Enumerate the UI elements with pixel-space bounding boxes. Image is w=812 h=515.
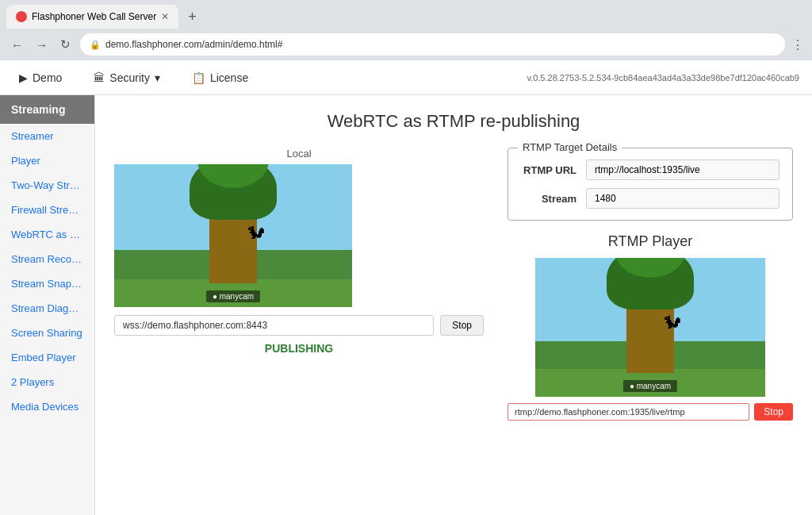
new-tab-button[interactable]: +: [182, 7, 203, 27]
sidebar-item-player[interactable]: Player: [0, 148, 94, 173]
sidebar-item-webrtc[interactable]: WebRTC as RTM: [0, 222, 94, 247]
nav-demo-label: Demo: [33, 71, 62, 84]
sidebar-item-diagnos[interactable]: Stream Diagnos: [0, 296, 94, 321]
nav-security-label: Security: [109, 71, 150, 84]
sidebar-item-recording[interactable]: Stream Recordin: [0, 247, 94, 271]
tab-close-button[interactable]: ✕: [161, 11, 169, 22]
main-layout: Streaming Streamer Player Two-Way Stream…: [0, 95, 812, 515]
local-video: 🐿 ● manycam: [114, 164, 352, 307]
tab-bar: Flashphoner Web Call Server ✕ +: [0, 0, 812, 29]
rtmp-details-box: RTMP Target Details RTMP URL Stream: [508, 148, 793, 221]
rtmp-player-url-input[interactable]: [508, 403, 749, 421]
nav-security[interactable]: 🏛 Security ▾: [87, 63, 167, 92]
security-icon: 🏛: [94, 71, 105, 84]
rtmp-player-video: 🐿 ● manycam: [535, 258, 765, 397]
active-tab[interactable]: Flashphoner Web Call Server ✕: [6, 5, 178, 29]
rtmp-stream-label: Stream: [521, 193, 576, 205]
lock-icon: 🔒: [90, 40, 101, 50]
sidebar-item-firewall[interactable]: Firewall Streami: [0, 198, 94, 222]
sidebar-item-media-devices[interactable]: Media Devices: [0, 394, 94, 419]
rtmp-url-label: RTMP URL: [521, 164, 576, 176]
rtmp-video-scene: 🐿: [535, 258, 765, 397]
watermark: ● manycam: [206, 290, 260, 302]
rtmp-player-title: RTMP Player: [508, 233, 793, 250]
nav-license[interactable]: 📋 License: [186, 63, 255, 92]
sidebar-item-2players[interactable]: 2 Players: [0, 370, 94, 394]
back-button[interactable]: ←: [8, 37, 26, 53]
rtmp-player-controls: Stop: [508, 403, 793, 421]
rtmp-url-input[interactable]: [586, 159, 779, 180]
address-bar: ← → ↻ 🔒 demo.flashphoner.com/admin/demo.…: [0, 29, 812, 60]
content-area: WebRTC as RTMP re-publishing Local: [95, 95, 812, 515]
sidebar: Streaming Streamer Player Two-Way Stream…: [0, 95, 95, 515]
refresh-button[interactable]: ↻: [57, 36, 74, 53]
sidebar-item-screen-sharing[interactable]: Screen Sharing: [0, 321, 94, 345]
left-panel: Local 🐿 ● manycam: [114, 148, 484, 421]
browser-chrome: Flashphoner Web Call Server ✕ + ← → ↻ 🔒 …: [0, 0, 812, 60]
app-header: ▶ Demo 🏛 Security ▾ 📋 License v.0.5.28.2…: [0, 60, 812, 95]
nav-demo[interactable]: ▶ Demo: [13, 63, 68, 92]
menu-button[interactable]: ⋮: [791, 37, 804, 52]
url-input[interactable]: 🔒 demo.flashphoner.com/admin/demo.html#: [80, 33, 785, 56]
local-label: Local: [114, 148, 484, 159]
play-icon: ▶: [19, 71, 28, 84]
rtmp-stream-row: Stream: [521, 188, 779, 209]
sidebar-item-two-way[interactable]: Two-Way Streaming: [0, 173, 94, 198]
rtmp-details-title: RTMP Target Details: [518, 141, 622, 153]
security-dropdown-icon: ▾: [155, 71, 160, 84]
rtmp-stop-button[interactable]: Stop: [754, 403, 793, 421]
squirrel: 🐿: [247, 223, 265, 244]
rtmp-url-row: RTMP URL: [521, 159, 779, 180]
right-panel: RTMP Target Details RTMP URL Stream RTMP…: [508, 148, 793, 421]
rtmp-stream-input[interactable]: [586, 188, 779, 209]
stop-button[interactable]: Stop: [440, 315, 484, 336]
nav-license-label: License: [210, 71, 248, 84]
sidebar-item-embed-player[interactable]: Embed Player: [0, 345, 94, 370]
url-text: demo.flashphoner.com/admin/demo.html#: [105, 39, 282, 50]
tab-title: Flashphoner Web Call Server: [32, 11, 156, 22]
version-text: v.0.5.28.2753-5.2.534-9cb84aea43ad4a3a33…: [527, 73, 799, 83]
sidebar-item-streamer[interactable]: Streamer: [0, 124, 94, 148]
sidebar-active-label: Streaming: [11, 103, 65, 116]
forward-button[interactable]: →: [33, 37, 51, 53]
content-body: Local 🐿 ● manycam: [114, 148, 793, 421]
video-scene: 🐿: [114, 164, 352, 307]
rtmp-squirrel: 🐿: [664, 313, 681, 333]
stream-url-input[interactable]: [114, 315, 434, 336]
sidebar-active-streaming[interactable]: Streaming: [0, 95, 94, 124]
sidebar-item-snapshot[interactable]: Stream Snapsho: [0, 271, 94, 296]
rtmp-watermark: ● manycam: [623, 380, 677, 392]
stream-controls: Stop: [114, 315, 484, 336]
page-title: WebRTC as RTMP re-publishing: [114, 111, 793, 132]
publishing-status: PUBLISHING: [114, 342, 484, 355]
tab-favicon: [16, 11, 27, 22]
license-icon: 📋: [192, 71, 205, 84]
